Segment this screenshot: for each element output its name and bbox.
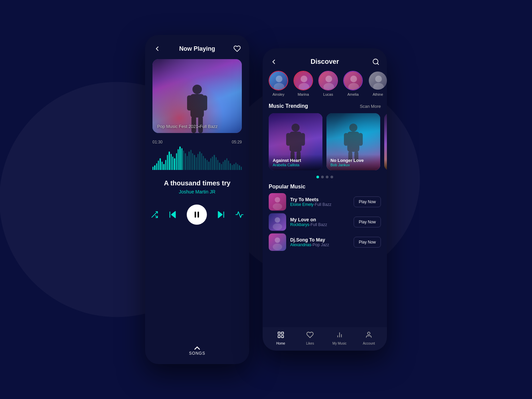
svg-rect-10 [195,212,196,217]
artist-name: Amelia [347,92,359,96]
waveform-bar [187,156,188,170]
dot-3[interactable] [326,176,328,178]
artist-item-marina[interactable]: Marina [294,71,313,96]
trending-card-1-overlay: Against Heart Arabella Callista [269,154,322,170]
time-total: 05:29 [232,140,242,144]
prev-button[interactable] [168,210,177,219]
waveform-times: 01:30 05:29 [152,140,242,144]
shuffle-button[interactable] [150,211,159,219]
waveform-bar [224,160,225,170]
nav-item-home[interactable]: Home [266,331,296,345]
trending-song-title-2: No Longer Love [330,158,376,163]
waveform-bar [201,153,202,170]
discover-phone: Discover AinsleyMarinaLucasAmeliaAthine … [263,48,387,351]
discover-back-icon [270,58,277,65]
artist-item-athine[interactable]: Athine [368,71,387,96]
waveform-bar [232,165,233,170]
carousel-dots [263,174,387,182]
play-now-button[interactable]: Play Now [354,217,381,227]
nav-label: My Music [332,342,347,345]
artist-item-ainsley[interactable]: Ainsley [269,71,288,96]
svg-rect-27 [290,132,302,152]
svg-rect-2 [187,95,192,110]
search-icon [372,58,380,65]
svg-point-22 [350,76,357,82]
waveform-bar [183,150,184,170]
svg-rect-34 [344,133,348,146]
svg-point-26 [292,124,300,132]
trending-song-title-1: Against Heart [273,158,318,163]
dot-2[interactable] [321,176,324,178]
pause-icon [192,210,201,219]
like-button[interactable] [233,45,241,52]
heart-nav-icon [306,331,314,340]
artist-item-lucas[interactable]: Lucas [318,71,338,96]
trending-card-3[interactable]: Long [384,113,387,170]
waveform-bar [188,151,189,170]
artist-name: Athine [372,92,383,96]
play-now-button[interactable]: Play Now [354,196,381,207]
nav-item-my-music[interactable]: My Music [325,331,354,345]
svg-point-41 [273,223,282,230]
next-button[interactable] [216,210,226,219]
discover-back-button[interactable] [270,58,277,65]
popular-song-title: Dj.Song To May [290,237,350,242]
artist-avatar-inner [294,72,312,90]
artist-avatar-inner [269,72,287,90]
artist-avatar [318,71,338,90]
waveform-bar [219,163,220,170]
artist-name: Marina [298,92,309,96]
popular-info: Dj.Song To MayAlexandrias-Pop Jazz [290,237,350,247]
songs-tab[interactable]: SONGS [145,346,249,364]
popular-song-sub: Eloise Emely-Full Bazz [290,202,350,207]
popular-thumb [269,193,286,211]
waveform-bar [154,165,155,170]
waveform-bar [167,155,168,170]
trending-card-2-overlay: No Longer Love Bob Jankuv [326,154,380,170]
popular-info: Try To MeetsEloise Emely-Full Bazz [290,197,350,207]
svg-point-19 [299,83,309,90]
audio-wave-icon [235,210,244,219]
pause-button[interactable] [187,205,207,225]
svg-rect-29 [301,133,305,146]
waveform-bar [156,163,157,170]
svg-rect-11 [197,212,199,217]
waveform-bar [162,162,163,170]
popular-info: My Love onRockbarys-Full Bazz [290,217,350,227]
dot-4[interactable] [330,176,333,178]
trending-card-1[interactable]: Against Heart Arabella Callista [269,113,322,170]
album-art: Pop Music Fest 2021-Full Bazz [152,59,242,133]
prev-icon [168,210,177,219]
discover-title: Discover [311,58,339,65]
nav-item-likes[interactable]: Likes [296,331,325,345]
artist-item-amelia[interactable]: Amelia [343,71,363,96]
svg-point-38 [275,197,280,203]
svg-rect-44 [278,332,280,334]
play-now-button[interactable]: Play Now [354,237,381,248]
dot-1[interactable] [316,176,319,178]
svg-rect-1 [190,94,204,118]
waveform[interactable] [152,146,242,170]
audio-wave-button[interactable] [235,210,244,219]
nav-item-account[interactable]: Account [354,331,384,345]
popular-song-title: My Love on [290,217,350,222]
waveform-bar [176,153,177,170]
nav-label: Home [276,342,285,345]
svg-point-39 [273,203,282,210]
popular-song-title: Try To Meets [290,197,350,202]
scan-more-label[interactable]: Scan More [360,104,381,109]
search-button[interactable] [372,58,380,65]
playback-controls [145,198,249,230]
artist-avatar [269,71,288,90]
song-title: A thousand times try [152,179,242,187]
waveform-bar [241,167,242,170]
waveform-bar [199,151,200,170]
trending-card-2[interactable]: No Longer Love Bob Jankuv [326,113,380,170]
waveform-section: 01:30 05:29 [145,133,249,173]
svg-rect-3 [202,95,207,110]
svg-point-24 [375,76,382,82]
waveform-bar [214,155,215,170]
album-label: Pop Music Fest 2021-Full Bazz [157,124,218,129]
back-button[interactable] [153,45,161,52]
waveform-bar [205,158,206,170]
